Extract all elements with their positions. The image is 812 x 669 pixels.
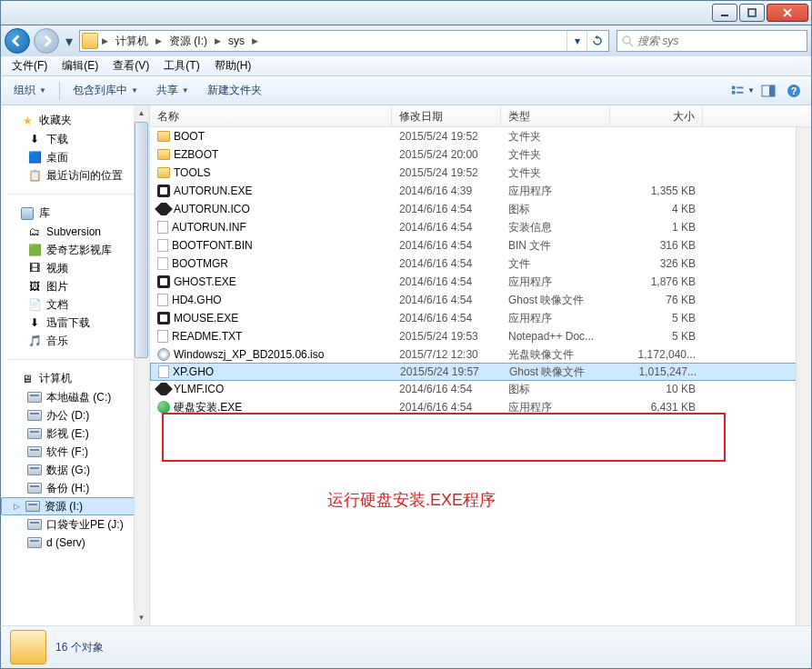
search-box[interactable] <box>617 30 807 52</box>
nav-library-item[interactable]: 🖼图片 <box>1 277 149 295</box>
file-row[interactable]: XP.GHO2015/5/24 19:57Ghost 映像文件1,015,247… <box>150 363 811 381</box>
include-in-library-button[interactable]: 包含到库中▼ <box>65 79 145 102</box>
maximize-button[interactable] <box>739 4 765 22</box>
svg-rect-3 <box>732 85 736 89</box>
file-row[interactable]: 硬盘安装.EXE2014/6/16 4:54应用程序6,431 KB <box>150 398 811 416</box>
file-icon <box>157 275 170 288</box>
file-icon <box>157 221 168 234</box>
nav-drive-item[interactable]: 软件 (F:) <box>1 443 149 461</box>
scroll-up-button[interactable]: ▲ <box>134 105 149 121</box>
status-bar: 16 个对象 <box>0 625 812 669</box>
file-row[interactable]: Windowszj_XP_BD2015.06.iso2015/7/12 12:3… <box>150 345 811 364</box>
file-row[interactable]: AUTORUN.EXE2014/6/16 4:39应用程序1,355 KB <box>150 182 811 200</box>
chevron-right-icon[interactable]: ▶ <box>213 36 223 45</box>
preview-pane-button[interactable] <box>757 81 780 101</box>
drive-icon <box>26 390 43 404</box>
forward-button[interactable] <box>34 28 59 54</box>
scroll-down-button[interactable]: ▼ <box>134 610 149 625</box>
chevron-right-icon[interactable]: ▶ <box>100 36 110 45</box>
search-input[interactable] <box>637 35 803 47</box>
file-icon <box>157 294 168 306</box>
nav-drive-item[interactable]: 影视 (E:) <box>1 424 149 443</box>
chevron-right-icon[interactable]: ▶ <box>154 36 164 45</box>
breadcrumb-drive[interactable]: 资源 (I:) <box>164 31 213 51</box>
minimize-button[interactable] <box>712 4 737 22</box>
view-options-button[interactable]: ▼ <box>731 81 755 101</box>
file-icon <box>157 185 170 197</box>
toolbar: 组织▼ 包含到库中▼ 共享▼ 新建文件夹 ▼ ? <box>0 76 812 105</box>
column-name[interactable]: 名称 <box>150 105 392 126</box>
nav-drive-item[interactable]: 办公 (D:) <box>1 406 149 424</box>
file-row[interactable]: README.TXT2015/5/24 19:53Notepad++ Doc..… <box>150 327 811 345</box>
column-date[interactable]: 修改日期 <box>392 105 501 126</box>
file-row[interactable]: MOUSE.EXE2014/6/16 4:54应用程序5 KB <box>150 309 811 327</box>
lib-icon: 🖼 <box>26 279 43 294</box>
menu-tools[interactable]: 工具(T) <box>156 56 206 75</box>
file-icon <box>157 330 168 343</box>
svg-rect-5 <box>737 86 743 88</box>
menu-help[interactable]: 帮助(H) <box>207 56 259 75</box>
file-row[interactable]: BOOTMGR2014/6/16 4:54文件326 KB <box>150 255 811 273</box>
organize-button[interactable]: 组织▼ <box>6 79 54 102</box>
refresh-button[interactable] <box>586 31 606 51</box>
nav-drive-item[interactable]: ▷资源 (I:) <box>1 497 149 515</box>
nav-library-item[interactable]: 📄文档 <box>1 295 149 314</box>
drive-icon <box>26 426 43 441</box>
column-headers: 名称 修改日期 类型 大小 <box>150 105 811 127</box>
nav-library-item[interactable]: 🟩爱奇艺影视库 <box>1 241 149 259</box>
file-row[interactable]: AUTORUN.INF2014/6/16 4:54安装信息1 KB <box>150 218 811 236</box>
nav-drive-item[interactable]: 数据 (G:) <box>1 461 149 479</box>
nav-drive-item[interactable]: 备份 (H:) <box>1 479 149 497</box>
file-icon <box>158 365 169 378</box>
nav-favorite-item[interactable]: 📋最近访问的位置 <box>1 166 149 185</box>
file-row[interactable]: EZBOOT2015/5/24 20:00文件夹 <box>150 145 811 164</box>
sidebar-scrollbar[interactable]: ▲ ▼ <box>134 105 149 625</box>
file-row[interactable]: TOOLS2015/5/24 19:52文件夹 <box>150 164 811 182</box>
nav-drive-item[interactable]: 本地磁盘 (C:) <box>1 388 149 406</box>
file-list: 名称 修改日期 类型 大小 BOOT2015/5/24 19:52文件夹EZBO… <box>150 105 811 625</box>
nav-favorite-item[interactable]: 🟦桌面 <box>1 148 149 166</box>
breadcrumb-computer[interactable]: 计算机 <box>110 31 154 51</box>
chevron-right-icon[interactable]: ▶ <box>250 36 260 45</box>
file-row[interactable]: GHOST.EXE2014/6/16 4:54应用程序1,876 KB <box>150 273 811 291</box>
file-icon <box>157 348 170 361</box>
libraries-group[interactable]: 库 <box>1 204 149 223</box>
file-row[interactable]: AUTORUN.ICO2014/6/16 4:54图标4 KB <box>150 200 811 218</box>
file-row[interactable]: HD4.GHO2014/6/16 4:54Ghost 映像文件76 KB <box>150 291 811 309</box>
titlebar-drag[interactable] <box>3 1 711 25</box>
nav-library-item[interactable]: 🎞视频 <box>1 259 149 277</box>
address-bar[interactable]: ▶ 计算机 ▶ 资源 (I:) ▶ sys ▶ ▾ <box>79 30 609 52</box>
breadcrumb-folder[interactable]: sys <box>223 31 250 51</box>
back-button[interactable] <box>5 28 30 54</box>
lib-icon: ⬇ <box>26 315 43 330</box>
file-row[interactable]: YLMF.ICO2014/6/16 4:54图标10 KB <box>150 380 811 398</box>
menu-file[interactable]: 文件(F) <box>5 56 55 75</box>
menu-view[interactable]: 查看(V) <box>105 56 156 75</box>
nav-library-item[interactable]: 🗂Subversion <box>1 223 149 241</box>
menu-edit[interactable]: 编辑(E) <box>55 56 105 75</box>
svg-rect-4 <box>732 91 736 95</box>
fav-icon: 📋 <box>26 168 43 183</box>
nav-drive-item[interactable]: 口袋专业PE (J:) <box>1 515 149 534</box>
svg-rect-1 <box>748 9 756 16</box>
help-button[interactable]: ? <box>782 81 806 101</box>
computer-group[interactable]: 🖥计算机 <box>1 369 149 388</box>
filelist-scrollbar[interactable] <box>796 127 811 625</box>
nav-library-item[interactable]: ⬇迅雷下载 <box>1 314 149 332</box>
column-type[interactable]: 类型 <box>501 105 610 126</box>
file-row[interactable]: BOOTFONT.BIN2014/6/16 4:54BIN 文件316 KB <box>150 236 811 255</box>
address-dropdown[interactable]: ▾ <box>566 31 586 51</box>
history-dropdown[interactable]: ▾ <box>63 32 75 50</box>
favorites-group[interactable]: ★收藏夹 <box>1 111 149 130</box>
close-button[interactable] <box>767 4 808 22</box>
svg-rect-8 <box>769 85 775 96</box>
column-size[interactable]: 大小 <box>610 105 703 126</box>
share-button[interactable]: 共享▼ <box>149 79 196 102</box>
folder-icon <box>10 630 46 664</box>
nav-favorite-item[interactable]: ⬇下载 <box>1 130 149 148</box>
nav-library-item[interactable]: 🎵音乐 <box>1 332 149 350</box>
new-folder-button[interactable]: 新建文件夹 <box>200 79 269 102</box>
file-row[interactable]: BOOT2015/5/24 19:52文件夹 <box>150 127 811 145</box>
scroll-thumb[interactable] <box>135 122 148 358</box>
nav-drive-item[interactable]: d (Serv) <box>1 534 149 552</box>
